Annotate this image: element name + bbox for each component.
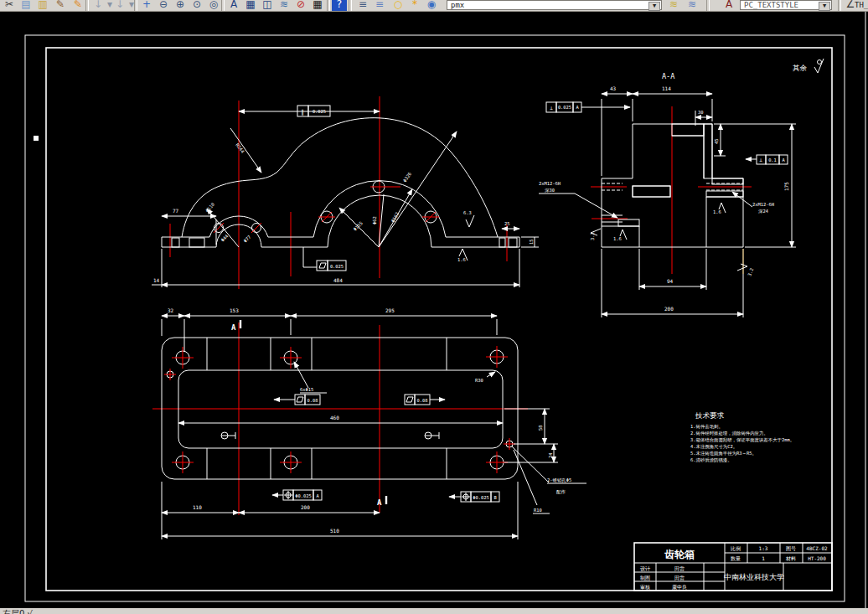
dim-30: 30 [698, 110, 704, 115]
flatness-frame: 0.025 [303, 247, 346, 271]
layer-sun-icon[interactable]: * [407, 0, 422, 11]
material-value: HT-200 [808, 555, 826, 561]
dim-175: 175 [783, 182, 789, 191]
chevron-down-icon[interactable]: ▼ [819, 2, 830, 11]
dim-295: 295 [385, 307, 395, 313]
dim-114: 114 [662, 85, 671, 91]
textstyle-combo-value: PC_TEXTSTYLE [744, 1, 798, 9]
checker-label: 审核 [640, 584, 650, 590]
layer-states-icon[interactable]: ≡ [372, 0, 387, 11]
section-mark-bottom: A [377, 498, 382, 507]
sheet-set-icon[interactable]: ≋ [276, 0, 292, 11]
qty-value: 1 [762, 555, 765, 561]
dim-200b: 200 [301, 504, 310, 510]
dim-484: 484 [333, 277, 343, 283]
perpendicularity-frame-1: ⊥ 0.025 A [546, 102, 630, 112]
tech-req-item: 5.未注铸造圆角半径为R3～R5。 [690, 451, 757, 457]
zoom-window-icon[interactable]: ⊕ [173, 0, 188, 11]
layers-icon[interactable]: ≡ [355, 0, 370, 11]
surface-roughness-note: 其余 [793, 59, 824, 73]
perp1-datum: A [576, 105, 579, 110]
cut-icon[interactable]: ✂ [2, 0, 17, 11]
holes-label: 6xΦ15 [300, 387, 313, 392]
perpendicularity-frame-2: ⊥ 0.1 A [746, 155, 788, 164]
dim-14: 14 [153, 277, 160, 283]
dim-phi44: Φ44 [220, 234, 229, 243]
options-grid-icon[interactable]: ▦ [243, 0, 258, 11]
dim-15: 15 [529, 240, 534, 245]
help-icon[interactable]: ? [332, 0, 347, 11]
layer-globe-icon[interactable]: ◉ [424, 0, 439, 11]
svg-text:⊥: ⊥ [550, 105, 553, 111]
perp2-datum: A [782, 157, 785, 163]
tech-req-item: 6.清砂后涂防锈漆。 [690, 457, 732, 463]
polygon-edit-icon[interactable]: ✎ [70, 0, 85, 11]
plan-flatness-frame-2: 0.08 [405, 395, 445, 405]
qty-label: 数量 [731, 555, 741, 561]
move-layer-up-icon[interactable]: ≋ [666, 0, 681, 11]
zoom-previous-icon[interactable]: ⊙ [189, 0, 204, 11]
chevron-down-icon[interactable]: ▼ [648, 2, 660, 11]
front-view: Φ155 Φ62 Φ162 Φ326 Φ110 Φ44 Φ77 R244 ∥ 0… [152, 96, 539, 289]
dimstyle-combo-clipped[interactable]: TH_ [855, 1, 868, 9]
toolbar-separator [349, 0, 352, 11]
perp2-value: 0.1 [768, 157, 777, 163]
section-title: A-A [662, 72, 674, 80]
toolbar-separator [134, 0, 137, 11]
toolbar-separator [85, 0, 89, 11]
status-text: 左层0 √ [3, 609, 33, 614]
dwgno-label: 图号 [786, 545, 796, 552]
thread-left-line2: 深30 [545, 188, 555, 193]
position-frame-a: Φ0.025 A [272, 490, 322, 500]
move-layer-down-icon[interactable]: ≋ [685, 0, 700, 11]
grip-marker [34, 136, 39, 141]
organization-name: 中南林业科技大学 [724, 573, 784, 581]
designer-name: 田雷 [674, 565, 685, 572]
table-icon[interactable]: ▦ [310, 0, 325, 11]
paste-icon[interactable]: ▥ [35, 0, 50, 11]
copy-icon[interactable]: ▤ [18, 0, 34, 11]
scale-value: 1:3 [759, 545, 768, 551]
part-name: 齿轮箱 [664, 549, 695, 560]
tech-req-item: 2.铸件经时效处理，消除铸件内应力。 [690, 431, 768, 436]
pencil-edit-icon[interactable]: ✎ [53, 0, 68, 11]
tech-req-item: 4.未注倒角尺寸为C2。 [690, 444, 737, 450]
section-mark-top: A [231, 323, 236, 332]
find-text-icon[interactable]: A [226, 0, 241, 11]
dim-77: 77 [173, 208, 179, 214]
textstyle-combo[interactable]: PC_TEXTSTYLE ▼ [740, 0, 832, 10]
sec-roughness-16a: 1.6 [613, 236, 622, 241]
toolbar-separator [327, 0, 330, 11]
sheet-frame [25, 12, 865, 608]
toolbar: ✂▤▥✎✎↓▾↓▾+⊖⊕⊙◎A▦◫≋⊘▦?≡≡○*◉≋≋A∠ pmx ▼ PC_… [0, 0, 868, 12]
dwgno-value: 4BCZ-02 [806, 545, 828, 551]
tech-req-title: 技术要求 [695, 411, 725, 420]
dim-r244: R244 [235, 142, 245, 154]
dim-phi110: Φ110 [204, 202, 215, 214]
plan-view: A A 32 153 295 460 58 24 [152, 307, 586, 539]
redline-icon[interactable]: ⊘ [293, 0, 308, 11]
counterbore-marks [221, 432, 439, 439]
layout-dialog-icon[interactable]: ◫ [260, 0, 275, 11]
layer-on-bulb-icon[interactable]: ○ [390, 0, 406, 11]
dim-43: 43 [610, 85, 617, 91]
zoom-extents-icon[interactable]: ◎ [206, 0, 221, 11]
drawing-canvas[interactable]: 其余 [0, 0, 868, 614]
zoom-out-icon[interactable]: ⊖ [156, 0, 171, 11]
position-frame-b: Φ0.025 B [449, 492, 499, 502]
dim-phi77: Φ77 [242, 235, 251, 244]
pan-icon[interactable]: + [139, 0, 154, 11]
flat1-value: 0.08 [307, 398, 318, 403]
svg-text:⊥: ⊥ [759, 157, 762, 163]
dim-153: 153 [230, 307, 239, 313]
text-style-icon[interactable]: A [721, 0, 736, 11]
tech-req-item: 3.箱体结合面需刮研，保证平面度误差不大于2mm。 [690, 437, 794, 443]
dim-25: 25 [504, 221, 510, 226]
layer-combo[interactable]: pmx ▼ [447, 0, 662, 10]
perp1-value: 0.025 [558, 105, 571, 110]
status-bar: 左层0 √ [0, 608, 868, 614]
sec-roughness-16b: 1.6 [713, 209, 721, 214]
layer-combo-value: pmx [451, 1, 464, 9]
dim-460: 460 [330, 415, 339, 421]
dim-24: 24 [548, 453, 553, 459]
